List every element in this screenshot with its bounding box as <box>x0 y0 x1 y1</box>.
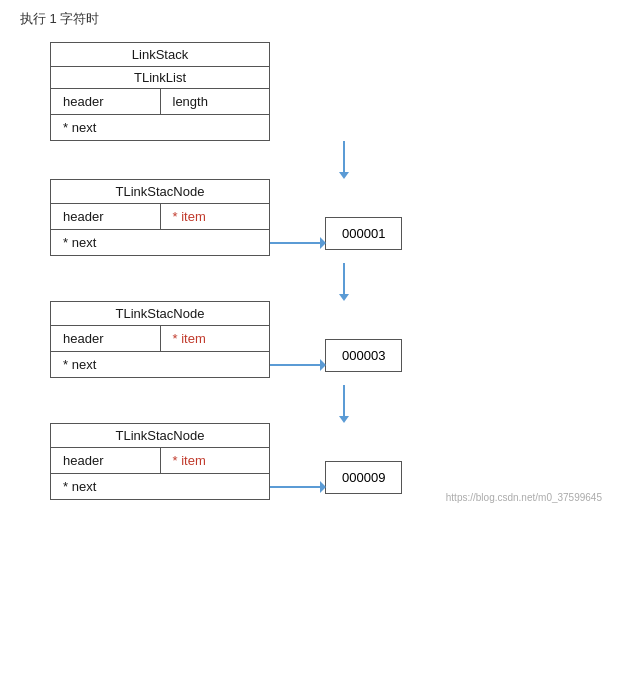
node-1-title: TLinkStacNode <box>51 180 269 204</box>
next-cell-1: * next <box>51 115 269 140</box>
tlinklist-subtitle: TLinkList <box>51 67 269 89</box>
node-2-next: * next <box>51 352 269 377</box>
header-cell-1: header <box>51 89 161 114</box>
node-1-item: * item <box>161 204 270 229</box>
node-3-next: * next <box>51 474 269 499</box>
node-3-item: * item <box>161 448 270 473</box>
linkstack-title: LinkStack <box>51 43 269 67</box>
value-1: 000001 <box>325 217 402 250</box>
node-3-title: TLinkStacNode <box>51 424 269 448</box>
node-2-item: * item <box>161 326 270 351</box>
linkstack-node: LinkStack TLinkList header length * next <box>50 42 610 141</box>
node-3-header: header <box>51 448 161 473</box>
node-2: TLinkStacNode header * item * next 00000… <box>50 301 610 385</box>
node-2-title: TLinkStacNode <box>51 302 269 326</box>
watermark: https://blog.csdn.net/m0_37599645 <box>446 492 602 503</box>
h-arrow-1 <box>270 223 325 263</box>
value-3: 000009 <box>325 461 402 494</box>
node-1-header: header <box>51 204 161 229</box>
h-arrow-3 <box>270 467 325 507</box>
length-cell: length <box>161 89 270 114</box>
h-arrow-2 <box>270 345 325 385</box>
value-2: 000003 <box>325 339 402 372</box>
node-1: TLinkStacNode header * item * next 00000… <box>50 179 610 263</box>
node-1-next: * next <box>51 230 269 255</box>
node-2-header: header <box>51 326 161 351</box>
page-title: 执行 1 字符时 <box>20 10 610 28</box>
